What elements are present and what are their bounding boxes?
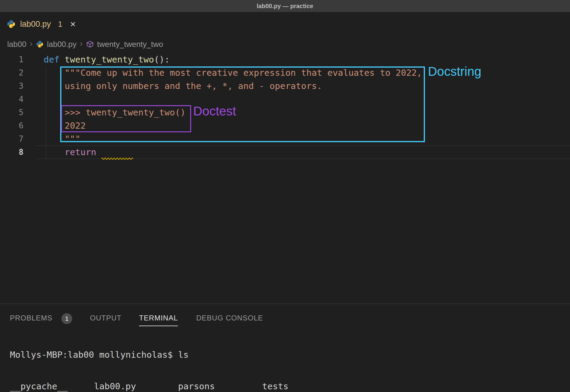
line-number: 7 bbox=[0, 132, 23, 145]
tab-label: lab00.py bbox=[20, 20, 51, 29]
line-number: 6 bbox=[0, 119, 23, 132]
symbol-cube-icon bbox=[86, 40, 94, 48]
breadcrumb: lab00 › lab00.py › twenty_twenty_two bbox=[7, 35, 163, 53]
python-icon bbox=[7, 20, 16, 29]
chevron-right-icon: › bbox=[30, 39, 33, 48]
breadcrumb-file[interactable]: lab00.py bbox=[47, 40, 76, 49]
punctuation: (): bbox=[154, 54, 170, 65]
docstring-annotation-label: Docstring bbox=[428, 64, 481, 79]
close-icon[interactable]: × bbox=[70, 19, 76, 29]
python-icon bbox=[36, 40, 44, 48]
terminal-line: __pycache__ lab00.py parsons tests bbox=[10, 381, 570, 392]
tab-lab00py[interactable]: lab00.py 1 × bbox=[0, 13, 90, 35]
indent-guide bbox=[46, 66, 46, 159]
breadcrumb-symbol[interactable]: twenty_twenty_two bbox=[97, 40, 163, 49]
line-number: 1 bbox=[0, 53, 23, 66]
function-name: twenty_twenty_two bbox=[65, 54, 154, 65]
panel-tab-problems[interactable]: PROBLEMS bbox=[10, 314, 52, 322]
vscode-window: lab00.py — practice lab00.py 1 × lab00 ›… bbox=[0, 0, 570, 392]
panel-tab-terminal[interactable]: TERMINAL bbox=[139, 314, 178, 326]
tab-modified-badge: 1 bbox=[58, 20, 62, 29]
line-number-active: 8 bbox=[0, 145, 23, 159]
terminal-line: Mollys-MBP:lab00 mollynicholas$ ls bbox=[10, 350, 570, 360]
terminal[interactable]: Mollys-MBP:lab00 mollynicholas$ ls __pyc… bbox=[10, 329, 570, 380]
line-number: 4 bbox=[0, 93, 23, 106]
breadcrumb-folder[interactable]: lab00 bbox=[7, 40, 26, 49]
problems-count-badge: 1 bbox=[61, 313, 72, 324]
panel-divider bbox=[0, 304, 570, 304]
panel-tab-output[interactable]: OUTPUT bbox=[90, 314, 122, 322]
line-number: 2 bbox=[0, 66, 23, 79]
line-number: 3 bbox=[0, 79, 23, 93]
code-line: 1 def twenty_twenty_two(): bbox=[0, 53, 570, 66]
keyword-def: def bbox=[44, 54, 65, 65]
doctest-annotation-box bbox=[61, 105, 191, 132]
doctest-annotation-label: Doctest bbox=[193, 104, 236, 118]
titlebar: lab00.py — practice bbox=[0, 0, 570, 12]
panel-tab-debug-console[interactable]: DEBUG CONSOLE bbox=[196, 314, 263, 322]
chevron-right-icon: › bbox=[80, 39, 82, 48]
line-number: 5 bbox=[0, 106, 23, 119]
window-title: lab00.py — practice bbox=[257, 3, 313, 10]
warning-squiggle-icon bbox=[101, 156, 133, 161]
